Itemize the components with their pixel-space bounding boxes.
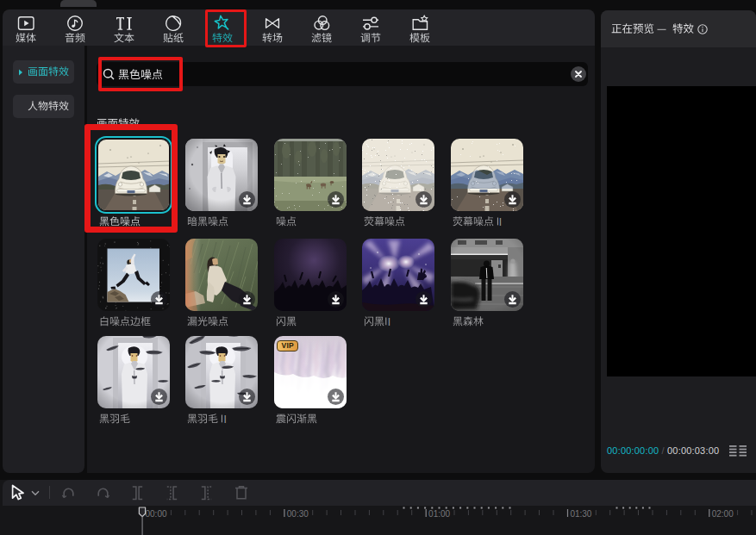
svg-text:00:30: 00:30 — [287, 509, 309, 519]
svg-text:01:30: 01:30 — [570, 509, 591, 519]
svg-text:00:00: 00:00 — [146, 509, 167, 519]
svg-text:02:00: 02:00 — [712, 509, 734, 519]
svg-text:01:00: 01:00 — [428, 509, 450, 519]
